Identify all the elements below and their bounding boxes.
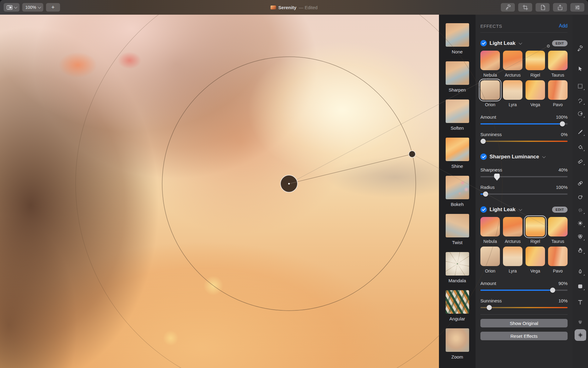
preset-lyra[interactable]: Lyra bbox=[503, 247, 522, 273]
preset-lyra[interactable]: Lyra bbox=[503, 80, 522, 107]
slider-knob[interactable] bbox=[486, 305, 492, 310]
checkbox-checked-icon[interactable] bbox=[480, 153, 487, 160]
preset-thumbnail bbox=[503, 217, 522, 236]
slider-knob[interactable] bbox=[560, 121, 565, 127]
preset-nebula[interactable]: Nebula bbox=[480, 217, 500, 244]
effect-type-label: Twist bbox=[452, 240, 462, 245]
browser-panel-icon bbox=[7, 5, 12, 10]
slider-knob[interactable] bbox=[550, 288, 555, 293]
checkbox-checked-icon[interactable] bbox=[480, 40, 487, 46]
text-tool[interactable] bbox=[576, 298, 585, 307]
effect-type-thumbnail bbox=[446, 252, 469, 276]
effect-section-title[interactable]: Sharpen Luminance bbox=[490, 154, 539, 160]
zoom-level-button[interactable]: 100% bbox=[22, 3, 43, 12]
preset-label: Pavo bbox=[553, 269, 563, 273]
preset-pavo[interactable]: Pavo bbox=[548, 247, 568, 273]
preset-taurus[interactable]: Taurus bbox=[548, 217, 568, 244]
slider-track[interactable] bbox=[480, 176, 568, 177]
preset-vega[interactable]: Vega bbox=[526, 247, 545, 273]
canvas[interactable] bbox=[0, 15, 439, 368]
effect-section-title[interactable]: Light Leak bbox=[490, 207, 515, 213]
quick-select-tool[interactable] bbox=[576, 109, 585, 118]
preset-rigel[interactable]: Rigel bbox=[526, 51, 545, 78]
effect-type-thumbnail bbox=[446, 290, 469, 314]
preset-arcturus[interactable]: Arcturus bbox=[503, 217, 522, 244]
add-effect-button[interactable]: Add bbox=[559, 23, 568, 29]
preset-orion[interactable]: Orion bbox=[480, 80, 500, 107]
effect-type-mandala[interactable]: Mandala bbox=[446, 252, 469, 283]
effect-type-label: Mandala bbox=[448, 278, 466, 283]
effects-icon bbox=[577, 332, 584, 338]
preset-thumbnail bbox=[526, 51, 545, 70]
adjustments-button[interactable] bbox=[570, 3, 584, 12]
add-item-button[interactable]: + bbox=[46, 3, 60, 12]
fill-bucket-tool[interactable] bbox=[576, 143, 585, 152]
effect-type-shine[interactable]: Shine bbox=[446, 138, 469, 169]
new-document-button[interactable] bbox=[536, 3, 550, 12]
slider-radius: Radius100% bbox=[480, 185, 568, 195]
slider-knob[interactable] bbox=[483, 192, 488, 197]
share-button[interactable] bbox=[553, 3, 567, 12]
preset-rigel[interactable]: Rigel bbox=[526, 217, 545, 244]
new-document-icon bbox=[540, 5, 546, 10]
warp-tool[interactable] bbox=[576, 245, 585, 254]
shape-tool[interactable] bbox=[576, 282, 585, 291]
effect-type-angular[interactable]: Angular bbox=[446, 290, 469, 321]
effect-type-bokeh[interactable]: Bokeh bbox=[446, 176, 469, 207]
view-options-button[interactable] bbox=[4, 3, 20, 12]
preset-vega[interactable]: Vega bbox=[526, 80, 545, 107]
slider-track[interactable] bbox=[480, 307, 568, 308]
style-brush-tool[interactable] bbox=[576, 44, 585, 53]
preset-label: Pavo bbox=[553, 102, 563, 107]
effect-type-thumbnail bbox=[446, 23, 469, 47]
paint-brush-tool[interactable] bbox=[576, 127, 585, 136]
preset-grid: NebulaArcturusRigelTaurusOrionLyraVegaPa… bbox=[480, 217, 568, 273]
lighten-tool[interactable] bbox=[576, 218, 585, 228]
effect-type-soften[interactable]: Soften bbox=[446, 99, 469, 131]
color-mix-tool[interactable] bbox=[576, 317, 585, 327]
show-original-button[interactable]: Show Original bbox=[480, 319, 568, 327]
preset-label: Lyra bbox=[509, 102, 517, 107]
effects-tool[interactable] bbox=[575, 329, 586, 341]
plus-icon: + bbox=[51, 4, 55, 11]
edit-effect-button[interactable]: EDIT bbox=[552, 40, 568, 46]
slider-knob[interactable] bbox=[494, 174, 500, 181]
eraser-tool[interactable] bbox=[576, 157, 585, 166]
preset-label: Arcturus bbox=[505, 239, 521, 244]
color-adjust-tool[interactable] bbox=[576, 232, 585, 241]
slider-track[interactable] bbox=[480, 141, 568, 142]
grain-tool[interactable] bbox=[576, 205, 585, 215]
retouch-pen-button[interactable] bbox=[501, 3, 515, 12]
pen-tool[interactable] bbox=[576, 267, 585, 276]
rect-select-tool[interactable] bbox=[576, 81, 585, 91]
arrow-tool[interactable] bbox=[576, 64, 585, 73]
preset-taurus[interactable]: Taurus bbox=[548, 51, 568, 78]
preset-arcturus[interactable]: Arcturus bbox=[503, 51, 522, 78]
slider-track[interactable] bbox=[480, 290, 568, 291]
effect-section-title[interactable]: Light Leak bbox=[490, 40, 515, 46]
reset-effects-button[interactable]: Reset Effects bbox=[480, 332, 568, 340]
repair-tool[interactable] bbox=[576, 179, 585, 188]
preset-nebula[interactable]: Nebula bbox=[480, 51, 500, 78]
edit-effect-button[interactable]: EDIT bbox=[552, 207, 568, 213]
effect-type-none[interactable]: None bbox=[446, 23, 469, 54]
effect-type-twist[interactable]: Twist bbox=[446, 214, 469, 245]
slider-track[interactable] bbox=[480, 193, 568, 195]
repair-icon bbox=[577, 180, 583, 186]
slider-value: 100% bbox=[556, 114, 568, 120]
preset-pavo[interactable]: Pavo bbox=[548, 80, 568, 107]
effect-type-zoom[interactable]: Zoom bbox=[446, 328, 469, 359]
clone-tool[interactable] bbox=[576, 192, 585, 201]
warp-icon bbox=[577, 247, 583, 253]
preset-orion[interactable]: Orion bbox=[480, 247, 500, 273]
window-title: Serenity — Edited bbox=[270, 0, 318, 15]
slider-label: Radius bbox=[480, 185, 495, 190]
effect-type-sharpen[interactable]: Sharpen bbox=[446, 61, 469, 92]
free-select-tool[interactable] bbox=[576, 96, 585, 105]
slider-knob[interactable] bbox=[480, 139, 486, 144]
crop-button[interactable] bbox=[518, 3, 532, 12]
checkbox-checked-icon[interactable] bbox=[480, 206, 487, 213]
grain-icon bbox=[577, 207, 583, 213]
slider-track[interactable] bbox=[480, 123, 568, 124]
chevron-down-icon bbox=[542, 154, 546, 158]
